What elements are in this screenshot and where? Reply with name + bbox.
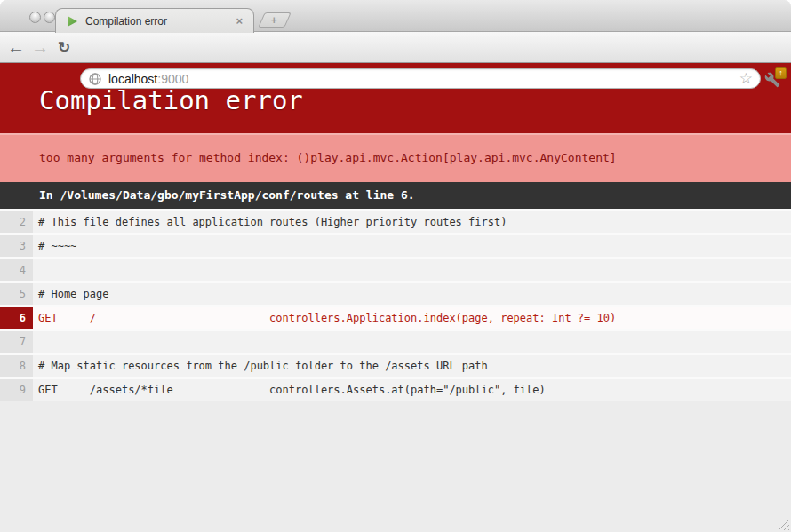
line-text: GET /assets/*file controllers.Assets.at(… — [33, 379, 791, 401]
update-badge-icon: ↑ — [775, 67, 787, 79]
settings-menu-button[interactable]: ↑ — [764, 69, 787, 91]
line-text — [33, 331, 791, 353]
globe-icon — [89, 73, 101, 85]
code-line: 7 — [0, 331, 791, 353]
close-window-button[interactable] — [29, 12, 41, 23]
line-text: # ~~~~ — [33, 235, 791, 257]
code-line: 5 # Home page — [0, 283, 791, 305]
new-tab-button[interactable]: + — [258, 12, 292, 28]
browser-toolbar: ← → ↻ localhost:9000 ☆ ↑ — [0, 32, 791, 63]
page-title: Compilation error — [39, 85, 791, 115]
back-button[interactable]: ← — [5, 32, 27, 63]
minimize-window-button[interactable] — [44, 12, 55, 23]
url-text[interactable]: localhost:9000 — [108, 72, 739, 86]
error-location-bar: In /Volumes/Data/gbo/myFirstApp/conf/rou… — [0, 182, 791, 209]
line-text: GET / controllers.Application.index(page… — [33, 307, 791, 329]
line-text — [33, 259, 791, 281]
url-port: :9000 — [157, 72, 188, 86]
code-line: 4 — [0, 259, 791, 281]
reload-button[interactable]: ↻ — [53, 32, 75, 63]
play-framework-favicon — [67, 15, 78, 28]
error-detail-text: too many arguments for method index: ()p… — [39, 151, 617, 164]
tab-title: Compilation error — [85, 15, 234, 28]
code-line: 2 # This file defines all application ro… — [0, 211, 791, 233]
line-number: 9 — [0, 379, 33, 401]
page-content: Compilation error too many arguments for… — [0, 63, 791, 532]
error-detail-banner: too many arguments for method index: ()p… — [0, 133, 791, 182]
code-line: 9 GET /assets/*file controllers.Assets.a… — [0, 379, 791, 401]
code-line: 6 GET / controllers.Application.index(pa… — [0, 307, 791, 329]
line-number: 2 — [0, 211, 33, 233]
bookmark-star-icon[interactable]: ☆ — [739, 71, 753, 86]
forward-button[interactable]: → — [29, 32, 51, 63]
line-text: # This file defines all application rout… — [33, 211, 791, 233]
code-line: 8 # Map static resources from the /publi… — [0, 355, 791, 377]
url-host: localhost — [108, 72, 157, 86]
line-number: 3 — [0, 235, 33, 257]
line-number: 5 — [0, 283, 33, 305]
line-number: 7 — [0, 331, 33, 353]
address-bar[interactable]: localhost:9000 ☆ — [80, 68, 761, 89]
tab-compilation-error[interactable]: Compilation error × — [55, 8, 254, 33]
plus-icon: + — [271, 15, 277, 26]
code-line: 3 # ~~~~ — [0, 235, 791, 257]
line-number: 4 — [0, 259, 33, 281]
line-number: 6 — [0, 307, 33, 329]
browser-window: Compilation error × + ← → ↻ localhost:90… — [0, 0, 791, 532]
tab-close-icon[interactable]: × — [234, 15, 244, 27]
window-titlebar[interactable]: Compilation error × + — [0, 0, 791, 32]
line-text: # Map static resources from the /public … — [33, 355, 791, 377]
code-listing: 2 # This file defines all application ro… — [0, 209, 791, 401]
line-text: # Home page — [33, 283, 791, 305]
line-number: 8 — [0, 355, 33, 377]
